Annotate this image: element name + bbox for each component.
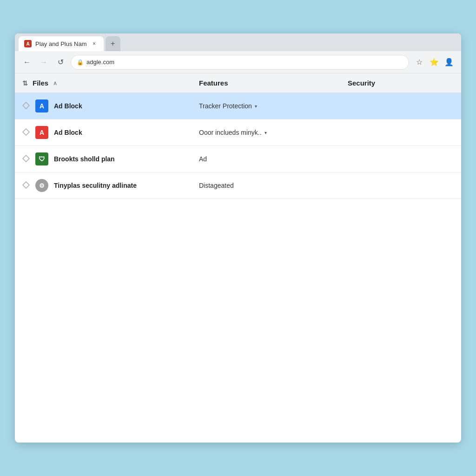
tab-bar: A Play and Plus Nam × + [15, 33, 461, 51]
back-button[interactable]: ← [20, 56, 33, 69]
tab-title: Play and Plus Nam [35, 40, 87, 47]
feature-text: Tracker Protection [199, 102, 252, 110]
tab-close-button[interactable]: × [91, 40, 98, 47]
feature-text: Ooor inclueds minyk.. [199, 129, 262, 136]
active-tab[interactable]: A Play and Plus Nam × [19, 36, 104, 51]
reload-button[interactable]: ↺ [54, 56, 67, 69]
dropdown-arrow-icon[interactable]: ▾ [264, 130, 267, 135]
extension-name: Tinyplas seculitny adlinate [54, 182, 137, 189]
tab-favicon: A [24, 40, 32, 47]
extension-icon: 🛡 [35, 152, 48, 165]
upload-icon: ⇅ [22, 79, 28, 87]
content-area: ⇅ Files ∧ Features Security AA [15, 73, 461, 443]
security-cell-4 [340, 172, 461, 199]
svg-marker-2 [23, 155, 29, 162]
feature-text: Ad [199, 155, 207, 163]
table-row[interactable]: 🛡Brookts sholld planAd [15, 146, 461, 172]
feature-cell-2[interactable]: Ooor inclueds minyk..▾ [192, 119, 340, 146]
file-cell-1: AAd Block [15, 93, 192, 119]
table-row[interactable]: ⚙Tinyplas seculitny adlinateDistageated [15, 172, 461, 199]
feature-text: Distageated [199, 182, 234, 189]
new-tab-button[interactable]: + [106, 36, 120, 51]
file-cell-2: AAd Block [15, 119, 192, 146]
diamond-icon [22, 128, 30, 137]
extension-name: Brookts sholld plan [54, 155, 115, 163]
svg-marker-3 [23, 182, 29, 188]
feature-cell-3: Ad [192, 146, 340, 172]
security-column-header: Security [340, 73, 461, 93]
file-cell-3: 🛡Brookts sholld plan [15, 146, 192, 172]
forward-button[interactable]: → [37, 56, 50, 69]
bookmark-empty-button[interactable]: ☆ [413, 56, 426, 69]
security-cell-2 [340, 119, 461, 146]
svg-marker-1 [23, 129, 29, 135]
file-cell-4: ⚙Tinyplas seculitny adlinate [15, 172, 192, 199]
extensions-table: ⇅ Files ∧ Features Security AA [15, 73, 461, 199]
url-bar[interactable]: 🔒 adgle.com [71, 55, 409, 70]
table-header-row: ⇅ Files ∧ Features Security [15, 73, 461, 93]
features-column-header: Features [192, 73, 340, 93]
files-column-header: ⇅ Files ∧ [15, 73, 192, 93]
extension-icon: ⚙ [35, 179, 48, 192]
feature-cell-1[interactable]: Tracker Protection▾ [192, 93, 340, 119]
security-cell-3 [340, 146, 461, 172]
star-outline-icon: ⭐ [430, 58, 439, 66]
extension-name: Ad Block [54, 102, 82, 110]
lock-icon: 🔒 [77, 59, 84, 66]
extension-name: Ad Block [54, 129, 82, 136]
profile-button[interactable]: 👤 [443, 56, 456, 69]
feature-cell-4: Distageated [192, 172, 340, 199]
svg-marker-0 [23, 102, 29, 109]
profile-icon: 👤 [444, 58, 454, 66]
browser-window: A Play and Plus Nam × + ← → ↺ 🔒 adgle.co… [15, 33, 461, 443]
table-row[interactable]: AAd BlockOoor inclueds minyk..▾ [15, 119, 461, 146]
diamond-icon [22, 155, 30, 164]
diamond-icon [22, 181, 30, 190]
security-cell-1 [340, 93, 461, 119]
star-empty-icon: ☆ [416, 58, 423, 66]
diamond-icon [22, 102, 30, 111]
table-body: AAd BlockTracker Protection▾ AAd BlockOo… [15, 93, 461, 199]
bookmark-outline-button[interactable]: ⭐ [428, 56, 441, 69]
dropdown-arrow-icon[interactable]: ▾ [255, 104, 257, 109]
url-text: adgle.com [86, 59, 403, 66]
extension-icon: A [35, 126, 48, 139]
sort-icon[interactable]: ∧ [53, 80, 57, 86]
table-row[interactable]: AAd BlockTracker Protection▾ [15, 93, 461, 119]
toolbar-icons: ☆ ⭐ 👤 [413, 56, 456, 69]
address-bar: ← → ↺ 🔒 adgle.com ☆ ⭐ 👤 [15, 51, 461, 73]
extension-icon: A [35, 99, 48, 112]
